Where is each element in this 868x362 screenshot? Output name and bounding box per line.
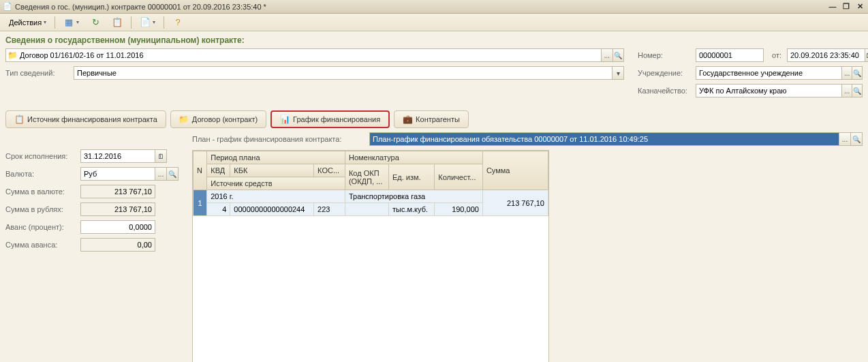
ellipsis-button[interactable]: ... xyxy=(841,66,852,80)
col-period[interactable]: Период плана xyxy=(207,151,345,164)
advance-sum-input xyxy=(80,238,155,252)
help-icon: ? xyxy=(172,17,183,28)
cell-kvd: 4 xyxy=(207,203,230,216)
search-button[interactable]: 🔍 xyxy=(852,84,863,97)
tool-btn-4[interactable]: 📄▾ xyxy=(135,15,160,30)
cell-okp xyxy=(345,203,388,216)
plan-input[interactable] xyxy=(369,132,839,146)
tab-funding-source[interactable]: 📋Источник финансирования контракта xyxy=(5,110,166,128)
cell-sum: 213 767,10 xyxy=(482,190,548,216)
refresh-icon: ↻ xyxy=(90,17,101,28)
search-button[interactable]: 🔍 xyxy=(850,132,863,146)
col-okp[interactable]: Код ОКП (ОКДП, ... xyxy=(345,164,388,190)
help-button[interactable]: ? xyxy=(168,15,188,30)
sum-rub-input xyxy=(80,202,155,216)
currency-label: Валюта: xyxy=(5,170,80,178)
table-row[interactable]: 1 2016 г. Транспортировка газа 213 767,1… xyxy=(193,190,548,203)
advance-pct-input[interactable] xyxy=(80,220,155,234)
cell-kos: 223 xyxy=(314,203,345,216)
cell-nomen: Транспортировка газа xyxy=(345,190,482,203)
close-button[interactable]: ✕ xyxy=(854,2,865,12)
treasury-label: Казначейство: xyxy=(638,87,696,95)
advance-pct-label: Аванс (процент): xyxy=(5,223,80,231)
col-nomen[interactable]: Номенклатура xyxy=(345,151,482,164)
grid-icon: ▦ xyxy=(63,17,74,28)
search-button[interactable]: 🔍 xyxy=(166,167,179,181)
tab-contract[interactable]: 📁Договор (контракт) xyxy=(170,110,266,128)
currency-input[interactable] xyxy=(80,167,155,181)
actions-menu[interactable]: Действия ▾ xyxy=(4,16,51,29)
cell-kbk: 00000000000000244 xyxy=(230,203,314,216)
tab-label: Контрагенты xyxy=(416,115,460,123)
number-input[interactable] xyxy=(696,48,764,62)
calendar-button[interactable]: 🗓 xyxy=(865,48,868,62)
doc-icon: 📄 xyxy=(140,17,151,28)
tab-label: График финансирования xyxy=(293,115,380,123)
tool-btn-2[interactable]: ↻ xyxy=(85,15,106,30)
tabs: 📋Источник финансирования контракта 📁Дого… xyxy=(5,110,863,128)
calendar-button[interactable]: 🗓 xyxy=(155,149,167,163)
number-label: Номер: xyxy=(638,51,696,59)
due-label: Срок исполнения: xyxy=(5,152,80,160)
col-qty[interactable]: Количест... xyxy=(435,164,483,190)
actions-label: Действия xyxy=(9,18,42,27)
org-input[interactable] xyxy=(696,66,842,80)
maximize-button[interactable]: ❐ xyxy=(841,2,852,12)
ellipsis-button[interactable]: ... xyxy=(841,84,852,97)
col-n[interactable]: N xyxy=(193,151,207,190)
document-icon: 📄 xyxy=(3,2,12,12)
tool-btn-3[interactable]: 📋 xyxy=(107,15,127,30)
toolbar: Действия ▾ ▦▾ ↻ 📋 📄▾ ? xyxy=(0,14,868,31)
tab-label: Договор (контракт) xyxy=(192,115,258,123)
folder-icon: 📁 xyxy=(7,50,18,60)
ellipsis-button[interactable]: ... xyxy=(155,167,167,181)
sum-currency-label: Сумма в валюте: xyxy=(5,187,80,196)
date-input[interactable] xyxy=(787,48,865,62)
minimize-button[interactable]: — xyxy=(827,2,838,12)
briefcase-icon: 💼 xyxy=(403,115,412,124)
chart-icon: 📊 xyxy=(280,115,290,124)
ellipsis-button[interactable]: ... xyxy=(601,48,613,62)
col-kbk[interactable]: КБК xyxy=(230,164,314,177)
plan-label: План - график финансирования контракта: xyxy=(192,135,369,143)
cell-n: 1 xyxy=(193,190,207,216)
type-select[interactable] xyxy=(74,66,613,80)
cell-qty: 190,000 xyxy=(435,203,483,216)
separator xyxy=(164,16,164,29)
titlebar: 📄 Сведения о гос. (муницип.) контракте 0… xyxy=(0,0,868,14)
search-button[interactable]: 🔍 xyxy=(852,66,863,80)
sum-currency-input xyxy=(80,185,155,198)
tab-counterparties[interactable]: 💼Контрагенты xyxy=(394,110,469,128)
col-sum[interactable]: Сумма xyxy=(482,151,548,190)
advance-sum-label: Сумма аванса: xyxy=(5,241,80,249)
type-label: Тип сведений: xyxy=(5,69,74,77)
col-unit[interactable]: Ед. изм. xyxy=(388,164,434,190)
cell-unit: тыс.м.куб. xyxy=(388,203,434,216)
section-title: Сведения о государственном (муниципально… xyxy=(5,35,624,45)
main-doc-input[interactable] xyxy=(5,48,602,62)
tool-btn-1[interactable]: ▦▾ xyxy=(59,15,84,30)
ellipsis-button[interactable]: ... xyxy=(839,132,851,146)
tab-label: Источник финансирования контракта xyxy=(27,115,157,123)
window-title: Сведения о гос. (муницип.) контракте 000… xyxy=(15,3,827,11)
chevron-down-icon: ▾ xyxy=(153,19,155,25)
list-icon: 📋 xyxy=(14,115,24,124)
tab-funding-schedule[interactable]: 📊График финансирования xyxy=(270,110,390,128)
folder-icon: 📁 xyxy=(179,115,189,124)
col-kvd[interactable]: КВД xyxy=(207,164,230,177)
export-icon: 📋 xyxy=(112,17,123,28)
col-kos[interactable]: КОС... xyxy=(314,164,345,177)
sum-rub-label: Сумма в рублях: xyxy=(5,205,80,213)
search-button[interactable]: 🔍 xyxy=(613,48,624,62)
org-label: Учреждение: xyxy=(638,69,696,77)
dropdown-button[interactable]: ▾ xyxy=(612,66,624,80)
financing-grid[interactable]: N Период плана Номенклатура Сумма КВД КБ… xyxy=(192,150,549,362)
chevron-down-icon: ▾ xyxy=(76,19,79,25)
date-label: от: xyxy=(772,51,781,59)
treasury-input[interactable] xyxy=(696,84,842,97)
cell-period: 2016 г. xyxy=(207,190,345,203)
separator xyxy=(55,16,55,29)
due-input[interactable] xyxy=(80,149,155,163)
separator xyxy=(131,16,131,29)
col-src[interactable]: Источник средств xyxy=(207,177,345,190)
